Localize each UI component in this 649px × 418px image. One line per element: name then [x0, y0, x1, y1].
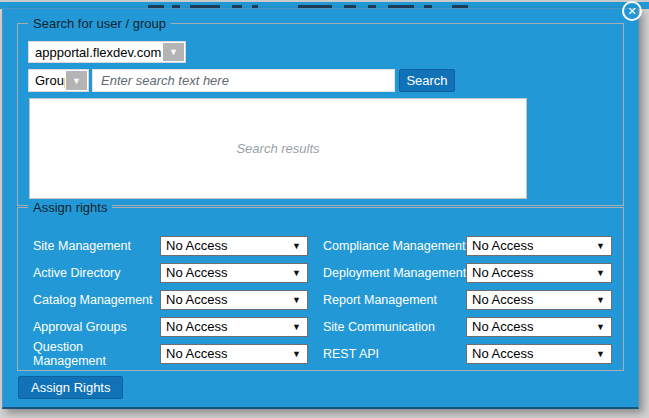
select-value: No Access [166, 292, 227, 307]
select-value: No Access [472, 265, 533, 280]
assign-rights-groupbox: Assign rights Site Management No Access … [17, 207, 624, 371]
domain-dropdown-value: appportal.flexdev.com [29, 42, 162, 62]
catalog-management-select[interactable]: No Access ▼ [160, 290, 308, 310]
select-value: No Access [472, 238, 533, 253]
domain-dropdown[interactable]: appportal.flexdev.com ▼ [28, 41, 186, 63]
site-communication-select[interactable]: No Access ▼ [466, 317, 612, 337]
right-label-site-communication: Site Communication [323, 320, 466, 334]
chevron-down-icon: ▼ [292, 322, 301, 332]
rights-grid: Site Management No Access ▼ Compliance M… [33, 232, 618, 367]
chevron-down-icon: ▼ [292, 241, 301, 251]
search-groupbox-legend: Search for user / group [28, 16, 171, 31]
compliance-management-select[interactable]: No Access ▼ [466, 236, 612, 256]
right-label-approval-groups: Approval Groups [33, 320, 160, 334]
right-label-active-directory: Active Directory [33, 266, 160, 280]
assign-rights-dialog: Search for user / group appportal.flexde… [2, 8, 639, 409]
chevron-down-icon: ▼ [596, 349, 605, 359]
right-label-catalog-management: Catalog Management [33, 293, 160, 307]
select-value: No Access [166, 346, 227, 361]
question-management-select[interactable]: No Access ▼ [160, 344, 308, 364]
right-label-deployment-management: Deployment Management [323, 266, 466, 280]
search-type-dropdown-value: Group [29, 70, 65, 91]
select-value: No Access [166, 238, 227, 253]
approval-groups-select[interactable]: No Access ▼ [160, 317, 308, 337]
assign-rights-button[interactable]: Assign Rights [18, 376, 123, 399]
report-management-select[interactable]: No Access ▼ [466, 290, 612, 310]
chevron-down-icon: ▼ [596, 241, 605, 251]
search-results-placeholder: Search results [236, 141, 319, 156]
select-value: No Access [166, 265, 227, 280]
search-button[interactable]: Search [399, 69, 455, 92]
select-value: No Access [472, 319, 533, 334]
chevron-down-icon: ▼ [596, 322, 605, 332]
search-results-panel[interactable]: Search results [29, 98, 527, 199]
search-groupbox: Search for user / group appportal.flexde… [17, 23, 624, 206]
chevron-down-icon[interactable]: ▼ [66, 71, 87, 90]
chevron-down-icon[interactable]: ▼ [163, 43, 184, 61]
select-value: No Access [472, 292, 533, 307]
search-type-dropdown[interactable]: Group ▼ [28, 69, 89, 92]
right-label-rest-api: REST API [323, 347, 466, 361]
active-directory-select[interactable]: No Access ▼ [160, 263, 308, 283]
site-management-select[interactable]: No Access ▼ [160, 236, 308, 256]
right-label-question-management: Question Management [33, 340, 123, 368]
right-label-report-management: Report Management [323, 293, 466, 307]
close-icon[interactable]: ✕ [622, 1, 642, 21]
deployment-management-select[interactable]: No Access ▼ [466, 263, 612, 283]
chevron-down-icon: ▼ [292, 268, 301, 278]
assign-rights-legend: Assign rights [28, 200, 112, 215]
search-input[interactable] [92, 69, 395, 92]
chevron-down-icon: ▼ [596, 268, 605, 278]
assign-rights-dialog-page: Search for user / group appportal.flexde… [0, 0, 649, 418]
chevron-down-icon: ▼ [292, 349, 301, 359]
select-value: No Access [166, 319, 227, 334]
right-label-compliance-management: Compliance Management [323, 239, 466, 253]
chevron-down-icon: ▼ [596, 295, 605, 305]
rest-api-select[interactable]: No Access ▼ [466, 344, 612, 364]
chevron-down-icon: ▼ [292, 295, 301, 305]
select-value: No Access [472, 346, 533, 361]
right-label-site-management: Site Management [33, 239, 160, 253]
